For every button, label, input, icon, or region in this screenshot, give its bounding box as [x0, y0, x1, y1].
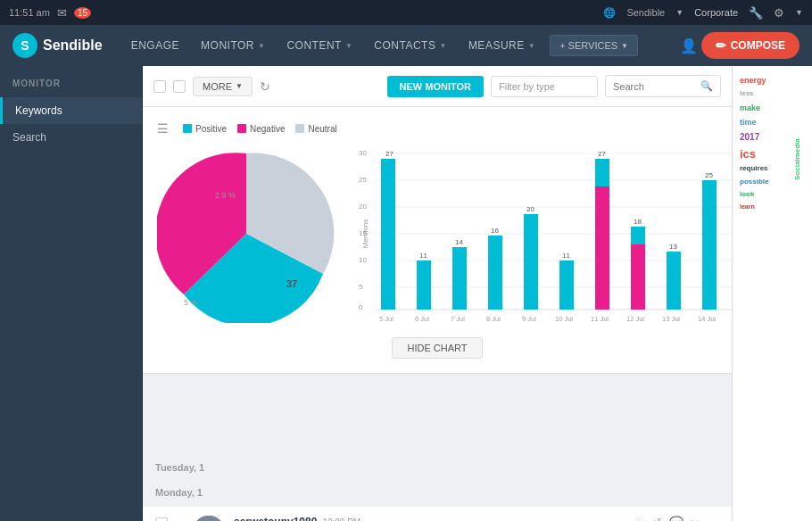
- svg-rect-42: [631, 227, 645, 244]
- sidebar-item-search[interactable]: Search: [0, 124, 142, 151]
- svg-text:2.9 %: 2.9 %: [215, 191, 236, 200]
- nav-item-engage[interactable]: ENGAGE: [120, 25, 190, 66]
- compose-button[interactable]: ✏ COMPOSE: [701, 32, 800, 59]
- word-socialmedia: Socialmedia: [791, 73, 805, 180]
- retweet-icon[interactable]: ↺: [652, 516, 662, 521]
- reply-icon[interactable]: 💬: [669, 516, 684, 521]
- select-all-checkbox[interactable]: [153, 80, 166, 93]
- compose-plus-icon: ✏: [716, 38, 726, 53]
- svg-text:25: 25: [359, 176, 367, 184]
- svg-text:27: 27: [385, 150, 394, 158]
- sidebar-item-keywords[interactable]: Keywords: [0, 97, 142, 124]
- globe-icon: 🌐: [603, 7, 616, 19]
- logo-text: Sendible: [43, 37, 103, 54]
- feed-actions-1: ♡ ↺ 💬 ↪ ⋯: [634, 516, 719, 521]
- word-learn: learn: [740, 202, 805, 213]
- chart-legend: Positive Negative Neutral: [183, 124, 337, 134]
- top-bar: 11:51 am ✉ 15 🌐 Sendible ▼ Corporate 🔧 ⚙…: [0, 0, 812, 25]
- services-button[interactable]: + SERVICES ▼: [550, 35, 638, 56]
- svg-text:11: 11: [419, 252, 427, 260]
- search-box: 🔍: [605, 75, 721, 97]
- bar-chart: 30 25 20 15 10 5 0: [350, 145, 732, 332]
- hide-chart-button[interactable]: HIDE CHART: [392, 337, 482, 359]
- heart-icon[interactable]: ♡: [634, 516, 645, 521]
- new-monitor-button[interactable]: NEW MONITOR: [387, 76, 484, 97]
- more-icon[interactable]: ⋯: [708, 516, 719, 521]
- svg-text:5 %: 5 %: [184, 298, 198, 307]
- svg-text:10: 10: [359, 256, 367, 264]
- chart-menu-icon: ☰: [157, 121, 169, 136]
- legend-negative: Negative: [237, 124, 285, 134]
- svg-text:13 Jul: 13 Jul: [662, 315, 680, 323]
- svg-rect-28: [488, 236, 502, 310]
- svg-text:20: 20: [526, 205, 534, 213]
- svg-text:30: 30: [359, 149, 367, 157]
- feed-checkbox-1[interactable]: [155, 517, 168, 521]
- search-input[interactable]: [613, 81, 697, 92]
- svg-rect-22: [417, 260, 431, 310]
- svg-text:Mentions: Mentions: [361, 219, 369, 248]
- top-bar-right: 🌐 Sendible ▼ Corporate 🔧 ⚙ ▼: [603, 6, 803, 20]
- measure-dropdown-icon: ▼: [528, 42, 535, 50]
- logo: S Sendible: [12, 33, 103, 58]
- feed-username-1: serwetouny1980: [234, 516, 317, 521]
- nav-item-contacts[interactable]: CONTACTS ▼: [363, 25, 458, 66]
- refresh-button[interactable]: ↻: [260, 79, 270, 94]
- brand-name: Sendible: [626, 7, 665, 18]
- svg-text:14: 14: [455, 238, 463, 246]
- share-icon[interactable]: ↪: [691, 516, 700, 521]
- select-checkbox-2[interactable]: [173, 80, 186, 93]
- right-panel: Socialmedia energy less make time 2017 i…: [732, 66, 812, 521]
- svg-text:13: 13: [669, 243, 677, 251]
- negative-dot: [237, 124, 246, 133]
- nav-item-monitor[interactable]: MONITOR ▼: [190, 25, 276, 66]
- main-layout: MONITOR Keywords Search MORE ▼ ↻ NEW MON…: [0, 66, 812, 521]
- nav-item-content[interactable]: CONTENT ▼: [276, 25, 363, 66]
- content-dropdown-icon: ▼: [345, 42, 352, 50]
- feed-time-1: 10:09 PM: [322, 517, 360, 522]
- chart-content: 2.9 % 5 % 37 30 25 20 15 10: [157, 145, 717, 332]
- svg-rect-41: [631, 244, 645, 310]
- legend-positive: Positive: [183, 124, 227, 134]
- notification-icon[interactable]: ✉: [57, 6, 67, 20]
- pie-chart: 2.9 % 5 % 37: [157, 145, 336, 332]
- nav-items: ENGAGE MONITOR ▼ CONTENT ▼ CONTACTS ▼ ME…: [120, 25, 680, 66]
- svg-rect-37: [595, 186, 609, 310]
- avatar-1: [193, 516, 225, 521]
- svg-text:11: 11: [562, 252, 570, 260]
- nav-item-measure[interactable]: MEASURE ▼: [458, 25, 546, 66]
- svg-rect-78: [193, 516, 225, 521]
- more-button[interactable]: MORE ▼: [193, 77, 253, 96]
- dropdown-caret-icon[interactable]: ▼: [795, 8, 803, 17]
- more-dropdown-icon: ▼: [236, 82, 243, 90]
- svg-text:8 Jul: 8 Jul: [486, 315, 501, 323]
- svg-text:20: 20: [359, 203, 367, 211]
- svg-rect-48: [702, 180, 717, 310]
- svg-rect-19: [381, 159, 395, 310]
- svg-text:25: 25: [705, 171, 713, 179]
- feed-area[interactable]: ☰ Positive Negative Neutral: [143, 107, 732, 521]
- dropdown-arrow-icon[interactable]: ▼: [675, 8, 684, 17]
- wrench-icon[interactable]: 🔧: [749, 6, 763, 20]
- feed-content-1: serwetouny1980 10:09 PM RT @SendibleVerd…: [234, 516, 626, 521]
- monday-label: Monday, 1: [143, 480, 732, 505]
- svg-text:9 Jul: 9 Jul: [522, 315, 536, 323]
- content-area: MORE ▼ ↻ NEW MONITOR Filter by type 🔍 ☰: [143, 66, 732, 521]
- monitor-dropdown-icon: ▼: [258, 42, 265, 50]
- tuesday-label: Tuesday, 1: [143, 455, 732, 480]
- svg-rect-38: [595, 159, 609, 186]
- gear-icon[interactable]: ⚙: [774, 6, 784, 20]
- monitor-toolbar: MORE ▼ ↻ NEW MONITOR Filter by type 🔍: [143, 66, 732, 107]
- svg-text:5 Jul: 5 Jul: [379, 315, 394, 323]
- filter-by-type[interactable]: Filter by type: [491, 76, 598, 97]
- svg-text:10 Jul: 10 Jul: [555, 315, 573, 323]
- neutral-dot: [295, 124, 304, 133]
- svg-text:5: 5: [359, 283, 363, 291]
- sidebar: MONITOR Keywords Search: [0, 66, 143, 521]
- nav-bar: S Sendible ENGAGE MONITOR ▼ CONTENT ▼ CO…: [0, 25, 812, 66]
- notification-badge: 15: [74, 7, 91, 19]
- services-dropdown-icon: ▼: [621, 42, 628, 50]
- logo-icon: S: [12, 33, 37, 58]
- user-profile-icon[interactable]: 👤: [680, 37, 698, 54]
- svg-text:18: 18: [634, 218, 642, 226]
